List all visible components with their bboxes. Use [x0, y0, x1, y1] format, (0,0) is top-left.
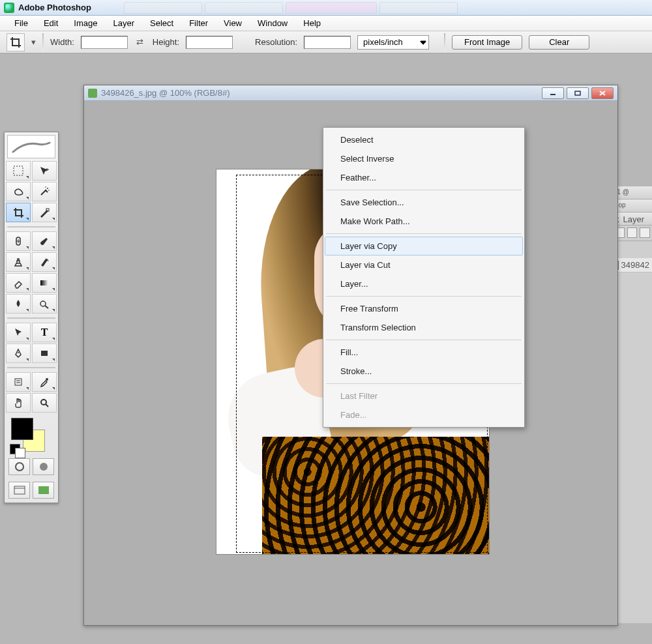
document-title: 3498426_s.jpg @ 100% (RGB/8#) [101, 88, 230, 98]
menu-file[interactable]: File [7, 16, 36, 30]
svg-point-11 [40, 301, 46, 306]
standard-mode-button[interactable] [8, 458, 30, 475]
brush-tool[interactable] [32, 231, 57, 251]
svg-rect-2 [14, 166, 23, 175]
screen-mode-button[interactable] [8, 482, 30, 499]
panel-icons [612, 226, 652, 241]
ctx-layer-via-cut[interactable]: Layer via Cut [325, 256, 523, 274]
ctx-transform-selection[interactable]: Transform Selection [325, 318, 523, 337]
ctx-fade: Fade... [325, 405, 523, 424]
healing-brush-tool[interactable] [6, 231, 31, 251]
ctx-fill[interactable]: Fill... [325, 343, 523, 362]
magic-wand-tool[interactable] [32, 182, 57, 201]
ctx-free-transform[interactable]: Free Transform [325, 299, 523, 318]
svg-point-18 [46, 378, 48, 381]
hand-tool[interactable] [6, 393, 31, 413]
svg-rect-15 [15, 379, 22, 385]
front-image-button[interactable]: Front Image [452, 35, 522, 50]
menu-layer[interactable]: Layer [106, 16, 143, 30]
resolution-input[interactable] [304, 36, 351, 49]
zoom-tool[interactable] [32, 393, 57, 413]
height-input[interactable] [186, 36, 233, 49]
chevron-down-icon[interactable]: ▾ [31, 37, 36, 47]
context-menu: Deselect Select Inverse Feather... Save … [323, 127, 525, 428]
clear-button[interactable]: Clear [529, 35, 589, 50]
menu-help[interactable]: Help [295, 16, 329, 30]
maximize-button[interactable] [567, 87, 589, 99]
menu-image[interactable]: Image [66, 16, 105, 30]
gradient-tool[interactable] [32, 273, 57, 293]
panel-tab[interactable]: hop [612, 199, 652, 212]
resolution-label: Resolution: [255, 37, 297, 47]
ctx-save-selection[interactable]: Save Selection... [325, 193, 523, 212]
svg-rect-10 [40, 280, 48, 285]
menu-separator [326, 296, 522, 297]
ctx-make-work-path[interactable]: Make Work Path... [325, 212, 523, 231]
panel-tab[interactable]: Layer [623, 214, 645, 223]
move-tool[interactable] [32, 161, 57, 181]
brush-preview[interactable] [7, 135, 55, 158]
notes-tool[interactable] [6, 372, 31, 392]
menu-edit[interactable]: Edit [36, 16, 66, 30]
height-label: Height: [153, 37, 179, 47]
marquee-tool[interactable] [6, 161, 31, 181]
crop-tool-icon[interactable] [7, 33, 25, 51]
svg-point-22 [40, 463, 48, 471]
lasso-tool[interactable] [6, 182, 31, 201]
dodge-tool[interactable] [32, 294, 57, 314]
ctx-select-inverse[interactable]: Select Inverse [325, 149, 523, 168]
width-input[interactable] [81, 36, 128, 49]
menu-filter[interactable]: Filter [181, 16, 216, 30]
toolbox: T [4, 132, 59, 503]
panel-icon[interactable] [640, 227, 650, 238]
layer-row[interactable]: 349842 [612, 258, 652, 272]
crop-tool[interactable] [6, 203, 31, 222]
menu-select[interactable]: Select [142, 16, 181, 30]
color-swatches[interactable] [8, 417, 54, 454]
app-title: Adobe Photoshop [18, 3, 91, 12]
swap-dimensions-icon[interactable]: ⇄ [134, 37, 146, 48]
clone-stamp-tool[interactable] [6, 252, 31, 272]
quickmask-mode-button[interactable] [33, 458, 54, 475]
slice-tool[interactable] [32, 203, 57, 222]
eraser-tool[interactable] [6, 273, 31, 293]
ctx-last-filter: Last Filter [325, 387, 523, 405]
shape-tool[interactable] [32, 344, 57, 363]
minimize-button[interactable] [542, 87, 564, 99]
menu-view[interactable]: View [216, 16, 250, 30]
menu-separator [326, 383, 522, 384]
pen-tool[interactable] [6, 344, 31, 363]
menu-separator [326, 340, 522, 340]
foreground-color-swatch[interactable] [11, 418, 33, 440]
svg-point-19 [41, 400, 46, 405]
svg-point-4 [45, 186, 46, 188]
imageready-button[interactable] [33, 482, 54, 499]
close-button[interactable] [591, 87, 614, 99]
width-label: Width: [50, 37, 74, 47]
svg-line-20 [46, 404, 48, 407]
type-tool[interactable]: T [32, 323, 57, 342]
ctx-feather[interactable]: Feather... [325, 168, 523, 187]
svg-point-3 [47, 188, 48, 189]
layer-name: 349842 [621, 260, 649, 270]
history-brush-tool[interactable] [32, 252, 57, 272]
document-icon [88, 89, 97, 98]
app-icon [4, 3, 14, 13]
default-colors-icon[interactable] [15, 448, 25, 458]
panel-tab[interactable]: -1 @ [612, 186, 652, 199]
eyedropper-tool[interactable] [32, 372, 57, 392]
menu-window[interactable]: Window [250, 16, 295, 30]
menu-separator [326, 190, 522, 190]
units-select[interactable]: pixels/inch [357, 35, 429, 50]
panel-icon[interactable] [627, 227, 638, 238]
svg-point-13 [18, 352, 19, 353]
ctx-stroke[interactable]: Stroke... [325, 362, 523, 381]
path-selection-tool[interactable] [6, 323, 31, 342]
svg-line-12 [45, 306, 48, 308]
divider [444, 33, 445, 51]
ctx-layer[interactable]: Layer... [325, 274, 523, 293]
blur-tool[interactable] [6, 294, 31, 314]
ctx-deselect[interactable]: Deselect [325, 130, 523, 149]
ctx-layer-via-copy[interactable]: Layer via Copy [325, 237, 523, 256]
document-titlebar[interactable]: 3498426_s.jpg @ 100% (RGB/8#) [84, 85, 617, 101]
